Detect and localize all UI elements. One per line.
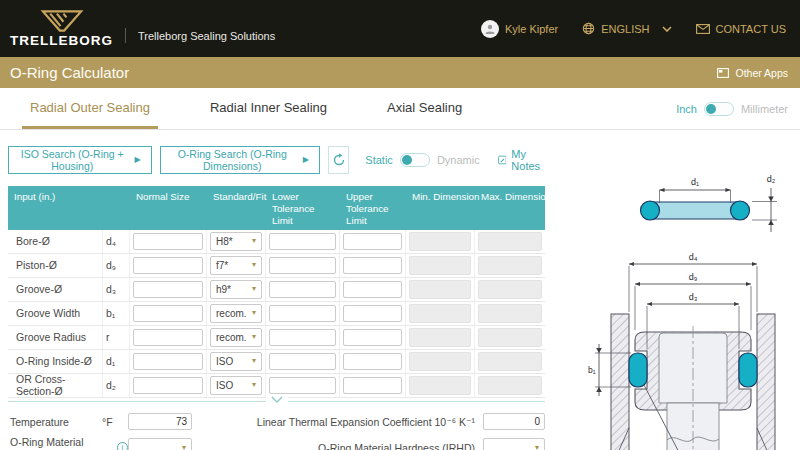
chevron-down-icon: ▾ xyxy=(252,333,256,341)
row-symbol: d₂ xyxy=(103,374,130,397)
unit-millimeter-label[interactable]: Millimeter xyxy=(741,103,788,115)
contact-us-link[interactable]: CONTACT US xyxy=(696,23,787,35)
temperature-label: Temperature xyxy=(10,416,102,428)
normal-size-input[interactable] xyxy=(133,281,203,298)
normal-size-input[interactable] xyxy=(133,305,203,322)
temperature-input[interactable] xyxy=(128,413,192,430)
section-separator xyxy=(8,401,545,407)
oring-right xyxy=(739,353,757,387)
envelope-icon xyxy=(696,24,710,34)
oring-cross-section-right xyxy=(731,201,750,220)
expansion-coefficient-label: Linear Thermal Expansion Coefficient 10⁻… xyxy=(257,416,475,428)
material-group-select[interactable]: ▾ xyxy=(128,438,192,450)
language-selector[interactable]: ENGLISH xyxy=(582,22,671,35)
expansion-coefficient-input[interactable] xyxy=(483,413,545,430)
fit-value: recom. xyxy=(216,332,247,343)
chevron-down-icon: ▾ xyxy=(252,285,256,293)
dim-label-d2: d₂ xyxy=(767,174,776,184)
mode-toggle: Static Dynamic xyxy=(365,153,479,167)
min-dimension-field xyxy=(409,376,471,395)
brand-name: TRELLEBORG xyxy=(10,33,113,48)
chevron-down-icon: ▾ xyxy=(252,237,256,245)
lower-tolerance-input[interactable] xyxy=(269,305,336,322)
row-label: Groove-Ø xyxy=(8,278,103,301)
row-symbol: r xyxy=(103,326,130,349)
upper-tolerance-input[interactable] xyxy=(343,305,402,322)
trelleborg-logo[interactable]: TRELLEBORG xyxy=(10,10,113,48)
my-notes-link[interactable]: My Notes xyxy=(498,148,545,172)
normal-size-input[interactable] xyxy=(133,233,203,250)
standard-fit-select[interactable]: ISO▾ xyxy=(210,376,262,395)
lower-tolerance-input[interactable] xyxy=(269,281,336,298)
min-dimension-field xyxy=(409,304,471,323)
toolbar: ISO Search (O-Ring + Housing) ▶ O-Ring S… xyxy=(8,146,545,174)
standard-fit-select[interactable]: ISO▾ xyxy=(210,352,262,371)
standard-fit-select[interactable]: H8*▾ xyxy=(210,232,262,251)
tab-radial-inner-sealing[interactable]: Radial Inner Sealing xyxy=(202,88,335,129)
table-header: Input (in.) Normal Size Standard/Fit Low… xyxy=(8,186,545,230)
iso-search-button[interactable]: ISO Search (O-Ring + Housing) ▶ xyxy=(8,146,152,174)
person-icon xyxy=(484,23,496,35)
upper-tolerance-input[interactable] xyxy=(343,329,402,346)
oring-cross-section-left xyxy=(641,201,660,220)
upper-tolerance-input[interactable] xyxy=(343,281,402,298)
normal-size-input[interactable] xyxy=(133,329,203,346)
max-dimension-field xyxy=(478,256,542,275)
static-label[interactable]: Static xyxy=(365,154,393,166)
unit-toggle-switch[interactable] xyxy=(704,102,734,116)
lower-tolerance-input[interactable] xyxy=(269,377,336,394)
tab-axial-sealing[interactable]: Axial Sealing xyxy=(379,88,470,129)
mode-toggle-switch[interactable] xyxy=(400,153,430,167)
row-symbol: d₉ xyxy=(103,254,130,277)
material-hardness-select[interactable]: ▾ xyxy=(483,438,545,450)
tab-radial-outer-sealing[interactable]: Radial Outer Sealing xyxy=(22,88,158,129)
lower-tolerance-input[interactable] xyxy=(269,329,336,346)
lower-tolerance-input[interactable] xyxy=(269,257,336,274)
upper-tolerance-input[interactable] xyxy=(343,257,402,274)
min-dimension-field xyxy=(409,328,471,347)
min-dimension-field xyxy=(409,280,471,299)
max-dimension-field xyxy=(478,280,542,299)
standard-fit-select[interactable]: f7*▾ xyxy=(210,256,262,275)
user-menu[interactable]: Kyle Kipfer xyxy=(481,20,558,38)
bore-wall-right xyxy=(757,314,775,450)
top-right-menu: Kyle Kipfer ENGLISH CONTACT US xyxy=(481,20,786,38)
material-row: O-Ring Material Group i ▾ O-Ring Materia… xyxy=(8,435,545,450)
chevron-down-icon: ▾ xyxy=(252,261,256,269)
upper-tolerance-input[interactable] xyxy=(343,353,402,370)
normal-size-input[interactable] xyxy=(133,257,203,274)
refresh-button[interactable] xyxy=(328,146,349,174)
oring-search-button[interactable]: O-Ring Search (O-Ring Dimensions) ▶ xyxy=(160,146,320,174)
apps-icon xyxy=(717,68,729,78)
division-name: Trelleborg Sealing Solutions xyxy=(138,30,275,42)
content: ISO Search (O-Ring + Housing) ▶ O-Ring S… xyxy=(0,130,800,450)
play-icon: ▶ xyxy=(134,156,140,164)
chevron-down-icon: ▾ xyxy=(252,357,256,365)
temperature-unit: °F xyxy=(102,416,128,428)
unit-inch-label[interactable]: Inch xyxy=(676,103,697,115)
normal-size-input[interactable] xyxy=(133,377,203,394)
upper-tolerance-input[interactable] xyxy=(343,233,402,250)
standard-fit-select[interactable]: h9*▾ xyxy=(210,280,262,299)
lower-tolerance-input[interactable] xyxy=(269,353,336,370)
other-apps-button[interactable]: Other Apps xyxy=(717,67,788,79)
dynamic-label[interactable]: Dynamic xyxy=(437,154,480,166)
max-dimension-field xyxy=(478,376,542,395)
max-dimension-field xyxy=(478,304,542,323)
upper-tolerance-input[interactable] xyxy=(343,377,402,394)
header-lower-tolerance: Lower Tolerance Limit xyxy=(266,186,340,230)
standard-fit-select[interactable]: recom.▾ xyxy=(210,304,262,323)
header-upper-tolerance: Upper Tolerance Limit xyxy=(340,186,406,230)
standard-fit-select[interactable]: recom.▾ xyxy=(210,328,262,347)
table-row-groove-width: Groove Width b₁ recom.▾ xyxy=(8,302,545,326)
contact-label: CONTACT US xyxy=(716,23,787,35)
lower-tolerance-input[interactable] xyxy=(269,233,336,250)
normal-size-input[interactable] xyxy=(133,353,203,370)
row-label: OR Cross-Section-Ø xyxy=(8,374,103,397)
tabs: Radial Outer Sealing Radial Inner Sealin… xyxy=(22,88,470,129)
min-dimension-field xyxy=(409,352,471,371)
collapse-chevron-icon[interactable] xyxy=(266,396,288,403)
info-icon[interactable]: i xyxy=(117,442,128,450)
material-group-label: O-Ring Material Group i xyxy=(10,436,128,450)
row-label: Bore-Ø xyxy=(8,230,103,253)
